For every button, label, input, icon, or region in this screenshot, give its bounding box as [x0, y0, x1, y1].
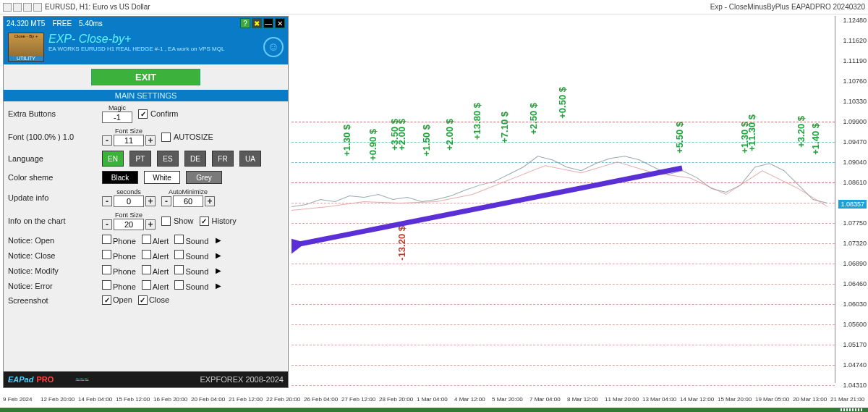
- open-alert[interactable]: Alert: [142, 235, 169, 245]
- lang-fr[interactable]: FR: [212, 151, 234, 167]
- toolbar-icon[interactable]: [13, 3, 22, 12]
- close-phone[interactable]: Phone: [102, 250, 136, 261]
- profit-label: +5.50 $: [674, 122, 685, 154]
- candlestick-area: [292, 16, 835, 383]
- toolbar-icons: [3, 3, 42, 12]
- open-sound[interactable]: Sound: [174, 235, 208, 245]
- error-phone[interactable]: Phone: [102, 280, 136, 291]
- label-screenshot: Screenshot: [8, 296, 102, 305]
- chevron-right-icon[interactable]: ▶: [216, 251, 221, 259]
- lang-ua[interactable]: UA: [239, 151, 261, 167]
- profit-label: +2.50 $: [528, 103, 539, 135]
- minimize-icon[interactable]: —: [263, 18, 273, 28]
- label-color-scheme: Color sheme: [8, 173, 102, 182]
- automin-minus[interactable]: -: [161, 196, 171, 206]
- seconds-input[interactable]: [114, 196, 144, 207]
- chevron-right-icon[interactable]: ▶: [216, 236, 221, 244]
- close-alert[interactable]: Alert: [142, 250, 169, 261]
- profit-label: +1.40 $: [810, 123, 821, 155]
- exit-button[interactable]: EXIT: [91, 69, 200, 85]
- automin-plus[interactable]: +: [205, 196, 215, 206]
- chevron-right-icon[interactable]: ▶: [216, 266, 221, 274]
- lang-de[interactable]: DE: [184, 151, 206, 167]
- screenshot-close[interactable]: Close: [138, 295, 169, 305]
- confirm-checkbox[interactable]: Confirm: [138, 109, 179, 119]
- automin-input[interactable]: [173, 196, 203, 207]
- chevron-right-icon[interactable]: ▶: [216, 282, 221, 290]
- profit-label: +0.90 $: [367, 129, 378, 161]
- label-font: Font (100.0% ) 1.0: [8, 133, 102, 141]
- lang-es[interactable]: ES: [157, 151, 179, 167]
- toolbar-icon[interactable]: [23, 3, 32, 12]
- mt5-version: 24.320 MT5: [7, 20, 45, 28]
- label-notice-error: Notice: Error: [8, 282, 102, 290]
- screenshot-open[interactable]: Open: [102, 295, 132, 305]
- history-checkbox[interactable]: History: [200, 216, 237, 226]
- smile-icon[interactable]: ☺: [263, 37, 284, 57]
- settings-panel: 24.320 MT5 FREE 5.40ms ? ✖ — ✕ Close - B…: [3, 16, 289, 388]
- label-extra-buttons: Extra Buttons: [8, 109, 102, 118]
- close-sound[interactable]: Sound: [174, 250, 208, 261]
- x-axis: 9 Feb 202412 Feb 20:0014 Feb 04:0015 Feb…: [3, 396, 868, 406]
- profit-label: +2.00 $: [396, 119, 407, 151]
- profit-label: +7.10 $: [499, 112, 510, 143]
- symbol-title: EURUSD, H1: Euro vs US Dollar: [45, 3, 150, 11]
- wave-icon: ≈≈≈: [75, 375, 88, 384]
- font-plus[interactable]: +: [145, 135, 156, 146]
- error-sound[interactable]: Sound: [174, 280, 208, 291]
- label-update-info: Update info: [8, 193, 102, 202]
- utility-logo: Close - By + UTILITY: [8, 33, 44, 62]
- bottom-progress-bar: [0, 408, 868, 412]
- magic-input[interactable]: [102, 112, 132, 123]
- profit-label: +3.20 $: [796, 116, 807, 148]
- scheme-white[interactable]: White: [144, 171, 180, 184]
- label-notice-close: Notice: Close: [8, 251, 102, 260]
- utility-subtitle: EA WORKS EURUSD H1 REAL HEDGE #-1 , EA w…: [48, 46, 259, 52]
- chartfont-plus[interactable]: +: [145, 219, 156, 230]
- utility-title: EXP- Close-by+: [48, 33, 259, 46]
- modify-sound[interactable]: Sound: [174, 265, 208, 276]
- language-buttons: EN PT ES DE FR UA: [102, 151, 284, 167]
- profit-label: -13.20 $: [396, 226, 407, 261]
- panel-footer: EAPad PRO ≈≈≈ EXPFOREX 2008-2024: [4, 371, 288, 387]
- chartfont-minus[interactable]: -: [102, 219, 112, 230]
- shrink-icon[interactable]: ✖: [252, 18, 262, 28]
- profit-label: +11.30 $: [746, 114, 757, 151]
- label-notice-open: Notice: Open: [8, 236, 102, 245]
- profit-label: +13.80 $: [472, 103, 482, 140]
- ea-title: Exp - CloseMinusByPlus EAPADPRO 20240320: [710, 3, 865, 11]
- price-line: [292, 16, 835, 383]
- error-alert[interactable]: Alert: [142, 280, 169, 291]
- profit-label: +0.50 $: [557, 87, 568, 119]
- seconds-minus[interactable]: -: [102, 196, 112, 206]
- lang-pt[interactable]: PT: [129, 151, 151, 167]
- seconds-plus[interactable]: +: [145, 196, 156, 206]
- toolbar-icon[interactable]: [3, 3, 12, 12]
- price-chart[interactable]: 1.124801.116201.111901.107601.103301.099…: [292, 16, 868, 393]
- help-icon[interactable]: ?: [240, 18, 250, 28]
- profit-label: +2.00 $: [444, 119, 455, 151]
- open-phone[interactable]: Phone: [102, 235, 136, 245]
- lang-en[interactable]: EN: [102, 151, 124, 167]
- label-info-chart: Info on the chart: [8, 216, 102, 225]
- modify-phone[interactable]: Phone: [102, 265, 136, 276]
- modify-alert[interactable]: Alert: [142, 265, 169, 276]
- scheme-black[interactable]: Black: [102, 171, 138, 184]
- utility-banner: Close - By + UTILITY EXP- Close-by+ EA W…: [4, 30, 288, 64]
- main-settings-header: MAIN SETTINGS: [4, 90, 288, 101]
- app-topbar: EURUSD, H1: Euro vs US Dollar Exp - Clos…: [0, 0, 868, 14]
- font-size-input[interactable]: [114, 135, 144, 146]
- profit-label: +1.30 $: [341, 125, 352, 156]
- show-checkbox[interactable]: Show: [161, 216, 194, 226]
- chartfont-input[interactable]: [114, 219, 144, 230]
- font-minus[interactable]: -: [102, 135, 112, 146]
- label-notice-modify: Notice: Modify: [8, 266, 102, 275]
- autosize-checkbox[interactable]: AUTOSIZE: [161, 133, 213, 142]
- close-icon[interactable]: ✕: [275, 18, 285, 28]
- label-language: Language: [8, 154, 102, 163]
- current-price-tag: 1.08357: [838, 200, 867, 209]
- license-free: FREE: [52, 20, 72, 28]
- toolbar-icon[interactable]: [33, 3, 42, 12]
- scheme-grey[interactable]: Grey: [186, 171, 222, 184]
- latency-ms: 5.40ms: [79, 20, 103, 28]
